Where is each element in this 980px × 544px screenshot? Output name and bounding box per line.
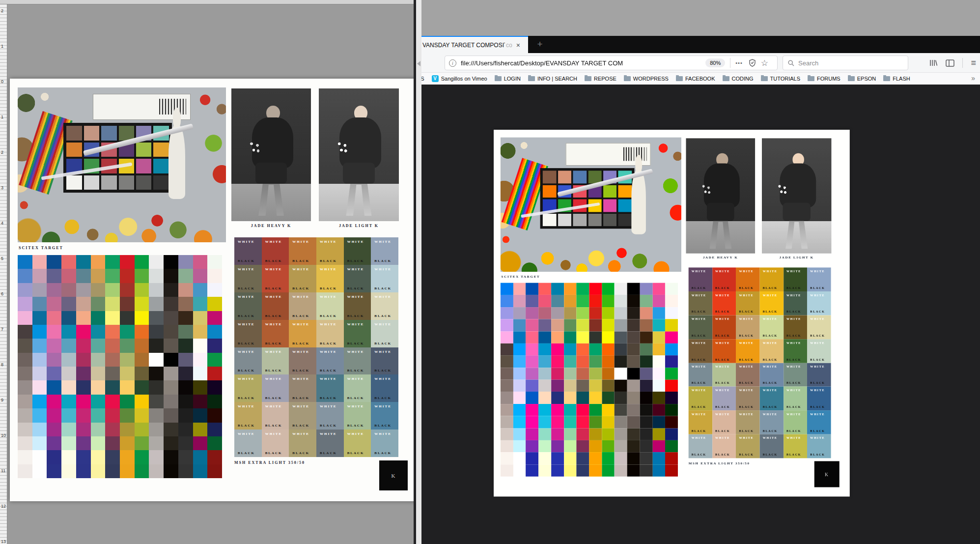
color-cell [76,423,91,436]
color-cell [135,436,149,450]
swatch-black-label: BLACK [347,396,371,400]
bookmark-item-login[interactable]: LOGIN [495,76,521,82]
color-cell [652,295,665,307]
checker-cell [101,175,116,190]
color-cell [193,380,208,394]
bookmark-item-epson[interactable]: EPSON [848,76,876,82]
new-tab-icon[interactable]: + [533,38,546,51]
swatch-white-label: WHITE [763,317,784,321]
bookmark-star-icon[interactable]: ☆ [761,59,768,67]
color-cell [61,464,76,478]
pocket-shield-icon[interactable] [749,59,756,67]
swatch-cell: WHITEBLACK [234,347,262,375]
bookmarks-overflow-chevron[interactable]: » [971,74,975,82]
msh-swatch-table: WHITEBLACKWHITEBLACKWHITEBLACKWHITEBLACK… [689,267,831,458]
page-actions-icon[interactable]: ••• [735,60,743,66]
swatch-cell: WHITEBLACK [289,347,316,375]
color-cell [178,297,193,311]
swatch-cell: WHITEBLACK [316,265,344,292]
color-cell [551,464,564,477]
search-bar[interactable]: Search [783,56,908,70]
zoom-level-badge[interactable]: 80% [705,58,725,67]
color-cell [47,367,61,380]
checker-cell [558,171,571,184]
tab-evansday-target-composite[interactable]: VANSDAY TARGET COMPOSITE co × [416,36,528,53]
swatch-black-label: BLACK [763,429,784,432]
color-cell [652,355,665,368]
browser-content-area: SCITEX TARGET JADE HEAVY K JADE LIGHT K … [416,85,980,544]
color-cell [105,269,120,283]
swatch-black-label: BLACK [374,424,398,428]
swatch-cell: WHITEBLACK [289,237,316,265]
swatch-white-label: WHITE [739,436,759,440]
swatch-cell: WHITEBLACK [234,402,262,429]
tab-close-icon[interactable]: × [516,41,520,49]
color-cell [564,428,577,440]
horizontal-ruler [0,0,416,4]
url-bar[interactable]: i file:///Users/fishercat/Desktop/EVANSD… [445,56,778,70]
color-cell [164,408,178,422]
swatch-cell: WHITEBLACK [289,402,316,429]
color-cell [513,428,526,440]
swatch-cell: WHITEBLACK [316,320,344,347]
checker-cell [101,126,116,140]
color-cell [538,368,551,380]
bookmark-item-forums[interactable]: FORUMS [808,76,840,82]
color-cell [61,450,76,464]
bookmark-item-sangillos-on-vimeo[interactable]: VSangillos on Vimeo [432,75,487,82]
statue-head [635,155,642,172]
color-cell [61,380,76,394]
sidebar-icon[interactable] [946,59,954,67]
color-cell [91,423,106,436]
library-icon[interactable] [929,59,938,67]
k-label: K [825,472,829,477]
color-cell [47,464,61,478]
bookmark-item-repose[interactable]: REPOSE [585,76,616,82]
page-info-icon[interactable]: i [449,59,456,67]
color-cell [193,423,208,436]
bookmark-item-facebook[interactable]: FACEBOOK [676,76,715,82]
color-cell [61,395,76,408]
swatch-black-label: BLACK [786,358,807,361]
swatch-cell: WHITEBLACK [807,363,831,386]
bookmark-label: TUTORIALS [770,76,801,82]
bookmark-item-wordpress[interactable]: WORDPRESS [624,76,669,82]
checker-cell [603,185,616,198]
color-cell [602,404,615,416]
swatch-cell: WHITEBLACK [371,429,398,457]
color-cell [538,319,551,332]
color-cell [501,416,513,429]
color-cell [615,368,627,380]
back-icon[interactable] [417,61,420,66]
color-cell [76,367,91,380]
swatch-white-label: WHITE [265,322,289,326]
color-cell [627,331,640,344]
bookmark-item-info-search[interactable]: INFO | SEARCH [528,76,577,82]
color-cell [76,339,91,352]
swatch-black-label: BLACK [763,310,784,314]
swatch-cell: WHITEBLACK [712,434,736,458]
bookmark-item-coding[interactable]: CODING [723,76,754,82]
color-cell [149,423,164,436]
color-cell [551,344,564,356]
color-cell [501,428,513,440]
swatch-cell: WHITEBLACK [371,237,398,265]
swatch-white-label: WHITE [320,432,344,436]
color-cell [589,416,602,429]
jade-heavy-label: JADE HEAVY K [686,256,755,259]
color-cell [526,307,538,319]
color-cell [91,436,106,450]
tab-title: VANSDAY TARGET COMPOSITE [422,42,505,49]
bookmark-item-flash[interactable]: FLASH [883,76,910,82]
swatch-cell: WHITEBLACK [712,315,736,339]
hamburger-menu-icon[interactable]: ≡ [971,58,976,68]
color-cell [120,339,135,352]
color-cell [120,297,135,311]
ruler-number: 0 [1,80,3,84]
swatch-cell: WHITEBLACK [760,291,784,315]
swatch-cell: WHITEBLACK [689,267,712,291]
color-cell [615,452,627,464]
color-cell [551,331,564,344]
bookmark-item-tutorials[interactable]: TUTORIALS [761,76,801,82]
portrait-legs [343,163,375,184]
